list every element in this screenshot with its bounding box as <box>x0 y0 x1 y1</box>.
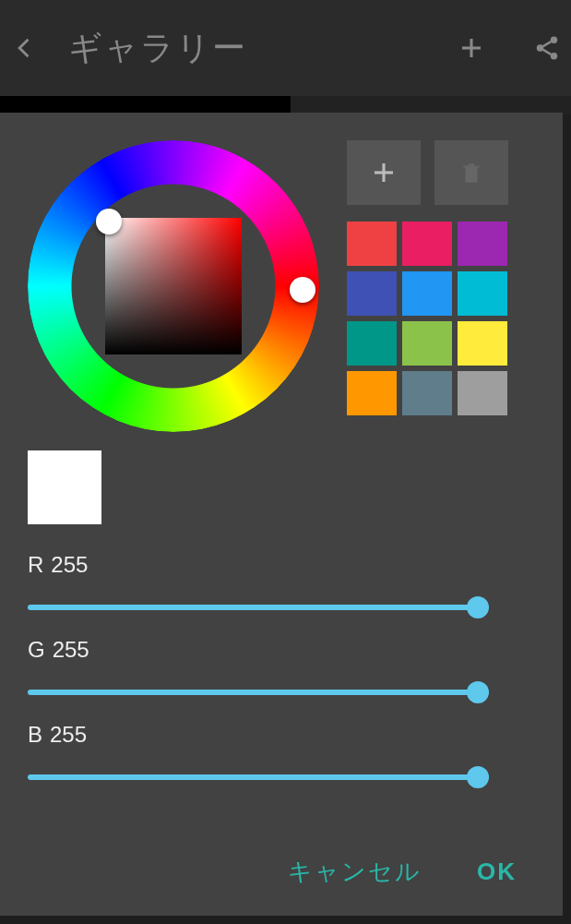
color-preview <box>28 450 101 524</box>
sv-handle[interactable] <box>96 209 122 234</box>
slider-r-label: R 255 <box>28 552 526 578</box>
svg-point-4 <box>551 53 558 60</box>
swatch-item[interactable] <box>402 371 452 415</box>
cancel-button[interactable]: キャンセル <box>288 856 422 888</box>
swatch-item[interactable] <box>458 321 507 366</box>
back-icon[interactable] <box>9 32 41 64</box>
rgb-sliders: R 255 G 255 B 255 <box>28 552 526 788</box>
header-actions <box>457 33 562 63</box>
slider-r-channel: R <box>28 552 43 578</box>
thumbnail-strip <box>0 96 571 114</box>
ok-button[interactable]: OK <box>477 858 517 886</box>
swatch-item[interactable] <box>347 371 397 415</box>
add-icon[interactable] <box>457 33 486 63</box>
color-picker-dialog: R 255 G 255 B 255 <box>0 113 563 916</box>
slider-b-fill <box>28 774 489 780</box>
svg-point-2 <box>551 37 558 44</box>
slider-b-track[interactable] <box>28 766 489 788</box>
swatch-item[interactable] <box>458 371 507 415</box>
add-swatch-button[interactable] <box>347 140 421 205</box>
dialog-footer: キャンセル OK <box>288 856 517 888</box>
slider-g-value: 255 <box>53 637 89 663</box>
hue-handle[interactable] <box>290 277 315 303</box>
slider-g: G 255 <box>28 637 526 703</box>
swatch-item[interactable] <box>402 271 452 316</box>
share-icon[interactable] <box>532 33 562 63</box>
delete-swatch-button[interactable] <box>434 140 508 205</box>
picker-row <box>28 140 526 432</box>
slider-b: B 255 <box>28 722 526 788</box>
slider-b-label: B 255 <box>28 722 526 748</box>
slider-b-channel: B <box>28 722 42 748</box>
slider-g-thumb[interactable] <box>467 681 489 703</box>
swatch-item[interactable] <box>347 222 397 266</box>
slider-r-thumb[interactable] <box>467 596 489 618</box>
page-title: ギャラリー <box>68 26 247 71</box>
swatch-item[interactable] <box>458 222 507 266</box>
swatch-item[interactable] <box>402 321 452 366</box>
swatch-item[interactable] <box>402 222 452 266</box>
slider-g-label: G 255 <box>28 637 526 663</box>
slider-r: R 255 <box>28 552 526 618</box>
swatch-tools <box>347 140 513 205</box>
slider-g-channel: G <box>28 637 45 663</box>
slider-b-thumb[interactable] <box>467 766 489 788</box>
swatch-item[interactable] <box>458 271 507 316</box>
svg-point-3 <box>537 44 544 52</box>
slider-r-track[interactable] <box>28 596 489 618</box>
slider-b-value: 255 <box>50 722 87 748</box>
slider-g-track[interactable] <box>28 681 489 703</box>
swatch-item[interactable] <box>347 271 397 316</box>
saturation-value-box[interactable] <box>105 218 242 354</box>
app-header: ギャラリー <box>0 0 571 96</box>
swatch-panel <box>347 140 513 432</box>
slider-r-value: 255 <box>51 552 88 578</box>
color-wheel[interactable] <box>28 140 319 432</box>
swatch-item[interactable] <box>347 321 397 366</box>
slider-g-fill <box>28 690 489 695</box>
slider-r-fill <box>28 605 489 610</box>
swatch-grid <box>347 222 513 415</box>
